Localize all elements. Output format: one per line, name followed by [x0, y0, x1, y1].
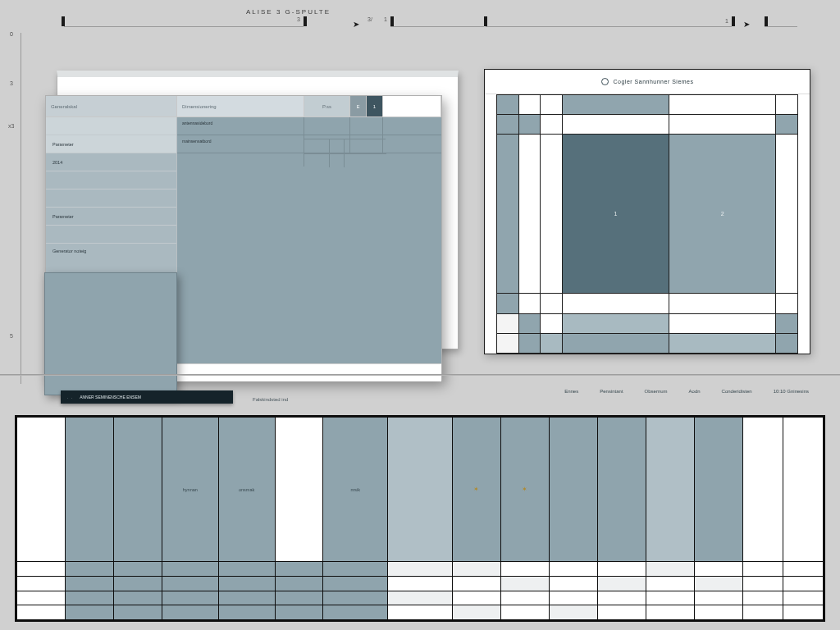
ruler-tick — [765, 16, 768, 26]
status-icon: ✶ — [452, 418, 500, 562]
arrow-icon: ➤ — [353, 20, 359, 29]
panel-title: Cogler Sannhunner Siemes — [614, 79, 694, 84]
col-header[interactable]: Obsernum — [645, 389, 668, 394]
cell[interactable] — [383, 117, 441, 135]
cell-value[interactable]: 2 — [669, 135, 776, 294]
axis-line — [486, 26, 732, 27]
page-title: ALISE 3 G-SPULTE — [246, 8, 331, 16]
col-header[interactable]: 10:10 Gninesins — [774, 389, 809, 394]
bottom-section: . . ANNER SEMINENSCHE ENSEM Falskindsted… — [15, 386, 825, 622]
cell-label[interactable]: nrsik — [323, 418, 388, 562]
toolbar-label: ANNER SEMINENSCHE ENSEM — [80, 395, 141, 399]
axis-label: 3/ — [368, 16, 372, 22]
axis-line — [64, 26, 304, 27]
col-toggle[interactable]: E — [350, 96, 367, 116]
arrow-icon: ➤ — [743, 20, 750, 29]
side-row[interactable] — [46, 171, 176, 189]
col-header[interactable]: Pensintant — [600, 389, 623, 394]
cell[interactable]: antennasidebord — [177, 117, 304, 135]
radio-icon[interactable] — [601, 78, 609, 85]
side-row[interactable] — [46, 226, 176, 244]
col-header[interactable]: Conderidisten — [722, 389, 752, 394]
column-headers: Ennes Pensintant Obsernum Aodn Conderidi… — [564, 389, 809, 394]
panel-header-row: Generalskal Dimensionering P.ss E 1 — [46, 96, 441, 117]
col-header[interactable]: Aodn — [689, 389, 701, 394]
axis-line-vertical — [21, 33, 21, 384]
col-toggle-active[interactable]: 1 — [367, 96, 383, 116]
side-row[interactable]: 2014 — [46, 153, 176, 171]
cell-value[interactable]: 1 — [562, 135, 669, 294]
ruler-tick — [484, 16, 487, 26]
col-spacer — [383, 96, 441, 116]
col-header[interactable]: Generalskal — [46, 96, 177, 116]
axis-label: 5 — [10, 333, 13, 339]
toolbar[interactable]: . . ANNER SEMINENSCHE ENSEM — [61, 390, 233, 404]
bottom-table[interactable]: hynnan onsmak nrsik ✶ ✶ — [15, 415, 825, 622]
axis-label: 3 — [297, 16, 300, 22]
axis-label: 1 — [725, 18, 728, 24]
axis-label: x3 — [8, 123, 14, 129]
sidebar-flap[interactable] — [44, 272, 177, 395]
side-row[interactable]: Parameter — [46, 135, 176, 153]
axis-label: 1 — [384, 16, 387, 22]
mini-grid — [304, 139, 386, 167]
toolbar-dots: . . — [67, 395, 73, 399]
axis-line — [390, 26, 484, 27]
cell-label[interactable]: hynnan — [162, 418, 218, 562]
side-row[interactable] — [46, 189, 176, 208]
cell[interactable]: mainsensatbord — [177, 135, 304, 153]
ruler-tick — [304, 16, 307, 26]
col-header[interactable]: P.ss — [304, 96, 350, 116]
status-icon: ✶ — [500, 418, 549, 562]
cell[interactable] — [304, 117, 350, 135]
cell[interactable] — [383, 135, 441, 153]
axis-label: 0 — [10, 31, 13, 37]
ruler-tick — [62, 16, 65, 26]
right-grid-panel: Cogler Sannhunner Siemes 12 — [484, 69, 810, 354]
section-divider — [0, 374, 840, 376]
panel-titlebar: Cogler Sannhunner Siemes — [485, 70, 810, 94]
col-header[interactable]: Ennes — [564, 389, 578, 394]
grid[interactable]: 12 — [496, 94, 798, 354]
side-row[interactable] — [46, 117, 176, 135]
col-header[interactable]: Dimensionering — [177, 96, 304, 116]
panel-footer — [177, 363, 441, 381]
panel-fill — [177, 153, 441, 363]
ruler-tick — [732, 16, 735, 26]
cell-label[interactable]: onsmak — [218, 418, 275, 562]
cell[interactable] — [350, 117, 383, 135]
axis-line — [765, 26, 797, 27]
axis-label: 3 — [10, 80, 13, 86]
side-row[interactable]: Parameter — [46, 208, 176, 226]
table-caption: Falskindsted ind — [253, 397, 288, 402]
left-panel-stack: Generalskal Dimensionering P.ss E 1 Para… — [45, 71, 463, 374]
ruler-tick — [390, 16, 394, 26]
